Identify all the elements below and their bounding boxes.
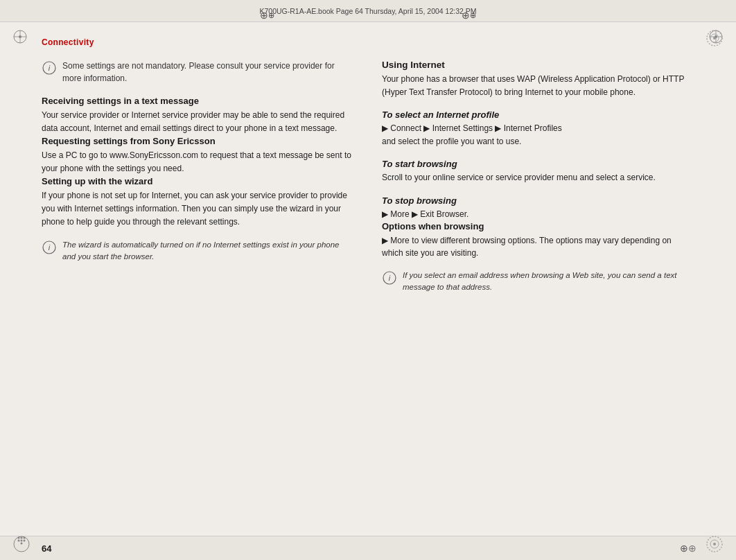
options-browsing-heading: Options when browsing	[382, 221, 694, 231]
select-profile-arrow: ▶ Connect ▶ Internet Settings ▶ Internet…	[382, 122, 694, 135]
svg-text:i: i	[49, 64, 51, 72]
using-internet-section: Using Internet Your phone has a browser …	[382, 60, 694, 100]
wizard-body: If your phone is not set up for Internet…	[42, 189, 354, 228]
using-internet-body: Your phone has a browser that uses WAP (…	[382, 73, 694, 98]
stop-browsing-arrow: ▶ More ▶ Exit Browser.	[382, 208, 694, 221]
svg-text:i: i	[49, 243, 51, 252]
requesting-heading: Requesting settings from Sony Ericsson	[42, 136, 354, 146]
options-browsing-body: to view different browsing options. The …	[382, 236, 672, 259]
right-note-text: If you select an email address when brow…	[403, 270, 694, 294]
info-note-box: i Some settings are not mandatory. Pleas…	[42, 60, 354, 85]
select-profile-heading: To select an Internet profile	[382, 110, 694, 120]
bottom-corner-decoration: ⊕	[682, 542, 694, 554]
main-content: Connectivity i Some settings are not man…	[0, 22, 736, 536]
wizard-note-box: i The wizard is automatically turned on …	[42, 239, 354, 263]
options-browsing-section: Options when browsing ▶ More to view dif…	[382, 221, 694, 260]
top-bar: ⊕ K700UG-R1A-AE.book Page 64 Thursday, A…	[0, 0, 736, 22]
requesting-body: Use a PC to go to www.SonyEricsson.com t…	[42, 149, 354, 175]
right-note-box: i If you select an email address when br…	[382, 270, 694, 294]
using-internet-heading: Using Internet	[382, 60, 694, 70]
wizard-note-text: The wizard is automatically turned on if…	[62, 239, 354, 263]
corner-decoration-tr: ⊕	[463, 9, 475, 21]
requesting-section: Requesting settings from Sony Ericsson U…	[42, 136, 354, 176]
wizard-note-icon: i	[42, 240, 57, 255]
receiving-body: Your service provider or Internet servic…	[42, 109, 354, 134]
options-browsing-arrow: ▶ More	[382, 236, 410, 245]
stop-browsing-heading: To stop browsing	[382, 195, 694, 206]
start-browsing-section: To start browsing Scroll to your online …	[382, 149, 694, 186]
right-column: Using Internet Your phone has a browser …	[382, 60, 694, 536]
page-container: ⊕ K700UG-R1A-AE.book Page 64 Thursday, A…	[0, 0, 736, 560]
svg-text:i: i	[389, 274, 391, 282]
section-title: Connectivity	[42, 37, 694, 47]
info-note-text: Some settings are not mandatory. Please …	[62, 60, 354, 85]
corner-decoration-tl: ⊕	[261, 9, 273, 21]
select-profile-body: and select the profile you want to use.	[382, 135, 694, 148]
info-icon: i	[42, 60, 57, 76]
select-profile-section: To select an Internet profile ▶ Connect …	[382, 100, 694, 149]
left-column: i Some settings are not mandatory. Pleas…	[42, 60, 354, 536]
two-columns: i Some settings are not mandatory. Pleas…	[42, 60, 694, 536]
wizard-section: Setting up with the wizard If your phone…	[42, 176, 354, 229]
bottom-strip: 64 ⊕	[0, 536, 736, 560]
receiving-heading: Receiving settings in a text message	[42, 96, 354, 106]
page-number: 64	[42, 543, 51, 554]
stop-browsing-section: To stop browsing ▶ More ▶ Exit Browser.	[382, 186, 694, 221]
right-note-icon: i	[382, 270, 397, 286]
top-bar-text: K700UG-R1A-AE.book Page 64 Thursday, Apr…	[259, 7, 476, 15]
start-browsing-heading: To start browsing	[382, 159, 694, 169]
start-browsing-body: Scroll to your online service or service…	[382, 171, 694, 184]
wizard-heading: Setting up with the wizard	[42, 176, 354, 186]
receiving-section: Receiving settings in a text message You…	[42, 96, 354, 136]
